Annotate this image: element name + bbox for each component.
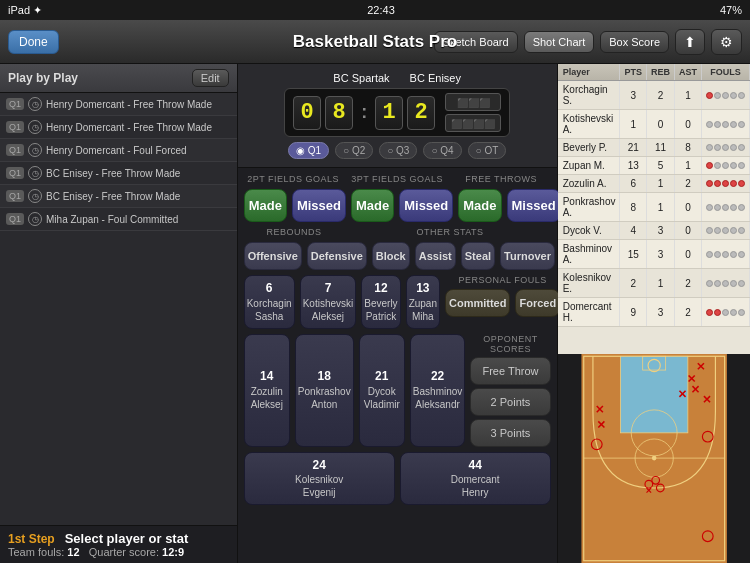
play-by-play-header: Play by Play Edit (0, 64, 237, 93)
fouls-row: Committed Forced (445, 289, 560, 317)
foul-dot (738, 204, 745, 211)
player-21-button[interactable]: 21DycokVladimir (359, 334, 405, 447)
status-right: 47% (720, 4, 742, 16)
player-24-button[interactable]: 24KolesnikovEvgenij (244, 452, 395, 506)
assist-button[interactable]: Assist (415, 242, 456, 270)
ast-cell: 8 (675, 139, 702, 157)
quarter-q2-tab[interactable]: ○ Q2 (335, 142, 373, 159)
settings-button[interactable]: ⚙ (711, 29, 742, 55)
box-score-button[interactable]: Box Score (600, 31, 669, 53)
score-d4: 2 (407, 96, 435, 130)
share-button[interactable]: ⬆ (675, 29, 705, 55)
three-points-button[interactable]: 3 Points (470, 419, 550, 447)
players-row3: 24KolesnikovEvgenij 44DomercantHenry (244, 452, 551, 506)
team-names: BC Spartak BC Enisey (246, 72, 549, 84)
foul-dot (714, 280, 721, 287)
ast-cell: 0 (675, 222, 702, 240)
player-7-button[interactable]: 7KotishevskiAleksej (300, 275, 357, 329)
committed-button[interactable]: Committed (445, 289, 510, 317)
app-title: Basketball Stats Pro (293, 32, 457, 52)
foul-dot (730, 121, 737, 128)
player-22-button[interactable]: 22BashminovAleksandr (410, 334, 465, 447)
table-row: Kolesnikov E. 2 1 2 (558, 269, 750, 298)
quarter-badge: Q1 (6, 190, 24, 202)
player-12-button[interactable]: 12BeverlyPatrick (361, 275, 400, 329)
reb-cell: 2 (646, 81, 674, 110)
quarter-q1-tab[interactable]: ◉ Q1 (288, 142, 329, 159)
quarter-ot-tab[interactable]: ○ OT (468, 142, 507, 159)
foul-dot (730, 180, 737, 187)
free-throw-button[interactable]: Free Throw (470, 357, 550, 385)
reb-cell: 5 (646, 157, 674, 175)
3pt-made-button[interactable]: Made (351, 189, 394, 222)
foul-dot (730, 162, 737, 169)
2pt-made-button[interactable]: Made (244, 189, 287, 222)
team1-name: BC Spartak (333, 72, 389, 84)
score-area: BC Spartak BC Enisey 0 8 : 1 2 ⬛⬛⬛ ⬛⬛⬛⬛ (238, 64, 557, 168)
quarter-badge: Q1 (6, 213, 24, 225)
pts-cell: 1 (620, 110, 647, 139)
foul-dot (722, 309, 729, 316)
court-area (558, 354, 750, 563)
player-13-button[interactable]: 13ZupanMiha (406, 275, 440, 329)
list-item: Q1 ◷ Henry Domercant - Free Throw Made (0, 93, 237, 116)
play-icon: ◷ (28, 143, 42, 157)
quarter-tabs: ◉ Q1 ○ Q2 ○ Q3 ○ Q4 ○ OT (246, 142, 549, 159)
player-name-cell: Domercant H. (558, 298, 620, 327)
done-button[interactable]: Done (8, 30, 59, 54)
bottom-info: 1st Step Select player or stat Team foul… (0, 525, 237, 563)
pts-cell: 9 (620, 298, 647, 327)
player-18-button[interactable]: 18PonkrashovAnton (295, 334, 354, 447)
personal-fouls-label: PERSONAL FOULS (445, 275, 560, 285)
table-row: Korchagin S. 3 2 1 (558, 81, 750, 110)
player-14-button[interactable]: 14ZozulinAleksej (244, 334, 290, 447)
fouls-cell (702, 269, 750, 298)
title-bar-right: Sketch Board Shot Chart Box Score ⬆ ⚙ (434, 29, 742, 55)
ft-missed-button[interactable]: Missed (507, 189, 561, 222)
two-points-button[interactable]: 2 Points (470, 388, 550, 416)
shot-chart-button[interactable]: Shot Chart (524, 31, 595, 53)
foul-dot (722, 227, 729, 234)
turnover-button[interactable]: Turnover (500, 242, 555, 270)
reb-cell: 1 (646, 175, 674, 193)
3pt-missed-button[interactable]: Missed (399, 189, 453, 222)
foul-dot (722, 92, 729, 99)
offensive-button[interactable]: Offensive (244, 242, 302, 270)
players-row1: 6KorchaginSasha 7KotishevskiAleksej 12Be… (244, 275, 551, 329)
play-text: BC Enisey - Free Throw Made (46, 168, 231, 179)
foul-dot (722, 162, 729, 169)
fouls-cell (702, 81, 750, 110)
foul-dot (722, 144, 729, 151)
reb-cell: 11 (646, 139, 674, 157)
defensive-button[interactable]: Defensive (307, 242, 367, 270)
block-button[interactable]: Block (372, 242, 410, 270)
foul-dot (714, 309, 721, 316)
left-panel: Play by Play Edit Q1 ◷ Henry Domercant -… (0, 64, 238, 563)
play-text: Henry Domercant - Free Throw Made (46, 122, 231, 133)
foul-dot (706, 309, 713, 316)
foul-dot (722, 121, 729, 128)
forced-button[interactable]: Forced (515, 289, 560, 317)
steal-button[interactable]: Steal (461, 242, 495, 270)
play-text: Henry Domercant - Free Throw Made (46, 99, 231, 110)
main-content: Play by Play Edit Q1 ◷ Henry Domercant -… (0, 64, 750, 563)
2pt-missed-button[interactable]: Missed (292, 189, 346, 222)
edit-button[interactable]: Edit (192, 69, 229, 87)
foul-dot (738, 144, 745, 151)
score-display: 0 8 : 1 2 ⬛⬛⬛ ⬛⬛⬛⬛ (284, 88, 510, 137)
step-label: 1st Step (8, 532, 55, 546)
fouls-cell (702, 222, 750, 240)
player-44-button[interactable]: 44DomercantHenry (400, 452, 551, 506)
player-6-button[interactable]: 6KorchaginSasha (244, 275, 295, 329)
fouls-cell (702, 240, 750, 269)
pts-cell: 15 (620, 240, 647, 269)
foul-dot (714, 121, 721, 128)
ft-made-button[interactable]: Made (458, 189, 501, 222)
foul-dot (706, 180, 713, 187)
players-row2: 14ZozulinAleksej 18PonkrashovAnton 21Dyc… (244, 334, 551, 447)
quarter-q3-tab[interactable]: ○ Q3 (379, 142, 417, 159)
ast-cell: 1 (675, 81, 702, 110)
quarter-q4-tab[interactable]: ○ Q4 (423, 142, 461, 159)
foul-dot (738, 280, 745, 287)
2pt-label: 2PT FIELDS GOALS (244, 174, 343, 184)
